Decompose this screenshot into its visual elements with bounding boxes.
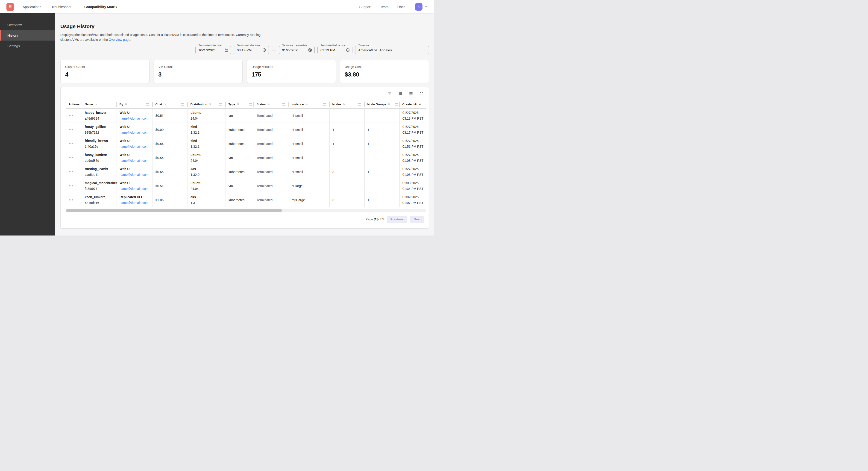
- nav-link-docs[interactable]: Docs: [397, 5, 405, 9]
- sort-icon[interactable]: [94, 102, 97, 106]
- nav-item-troubleshoot[interactable]: Troubleshoot: [51, 0, 71, 13]
- column-header-created-at[interactable]: Created At: [400, 100, 426, 109]
- sort-icon[interactable]: [163, 102, 166, 106]
- sort-icon[interactable]: [388, 102, 391, 106]
- nav-link-support[interactable]: Support: [359, 5, 372, 9]
- column-header-status[interactable]: Status: [254, 100, 289, 109]
- terminated-after-time-field[interactable]: Terminated after time 03:19 PM: [234, 46, 269, 54]
- distribution-cell: eks1.31: [188, 193, 226, 207]
- distribution-cell: kind1.32.1: [188, 137, 226, 151]
- created-by-email-link[interactable]: name@domain.com: [120, 173, 151, 177]
- by-cell: Replicated CLIname@domain.com: [117, 193, 153, 207]
- column-drag-handle[interactable]: [323, 103, 326, 106]
- field-value: 03:19 PM: [237, 48, 262, 52]
- name-cell: frosty_galileo995b7182: [82, 123, 117, 137]
- column-header-by[interactable]: By: [117, 100, 153, 109]
- row-actions-button[interactable]: [69, 199, 75, 201]
- sort-icon[interactable]: [236, 102, 240, 106]
- replicated-logo[interactable]: R: [6, 3, 14, 11]
- by-cell: Web UIname@domain.com: [117, 123, 153, 137]
- name-cell: magical_stonebrakerfe3f8977: [82, 179, 117, 193]
- sidebar-item-overview[interactable]: Overview: [0, 19, 55, 30]
- column-drag-handle[interactable]: [395, 103, 398, 106]
- column-header-nodes[interactable]: Nodes: [330, 100, 365, 109]
- field-label: Terminated after time: [236, 44, 261, 47]
- type-cell: vm: [226, 151, 254, 165]
- column-drag-handle[interactable]: [282, 103, 285, 106]
- clock-icon[interactable]: [346, 48, 350, 52]
- name-cell: keen_lumiere4819de16: [82, 193, 117, 207]
- name-cell: funny_lumierede9ed87d: [82, 151, 117, 165]
- table-row: funny_lumierede9ed87d Web UIname@domain.…: [66, 151, 426, 165]
- terminated-before-time-field[interactable]: Terminated before time 03:19 PM: [317, 46, 352, 54]
- created-by-email-link[interactable]: name@domain.com: [120, 201, 151, 205]
- sort-icon[interactable]: [124, 102, 128, 106]
- previous-page-button[interactable]: Previous: [387, 216, 407, 223]
- density-icon[interactable]: [408, 91, 413, 96]
- filter-icon[interactable]: [387, 91, 392, 96]
- secondary-nav: Support Team Docs K: [359, 0, 428, 13]
- stat-value: 175: [252, 71, 331, 78]
- clock-icon[interactable]: [262, 48, 266, 52]
- terminated-before-date-field[interactable]: Terminated before date 01/27/2025: [279, 46, 315, 54]
- table-row: trusting_leavittcae5ea11 Web UIname@doma…: [66, 165, 426, 179]
- name-cell: trusting_leavittcae5ea11: [82, 165, 117, 179]
- name-cell: friendly_brown1f40a19e: [82, 137, 117, 151]
- node-groups-cell: 1: [365, 123, 400, 137]
- column-header-cost[interactable]: Cost: [153, 100, 188, 109]
- nav-link-team[interactable]: Team: [380, 5, 389, 9]
- nodes-cell: -: [330, 151, 365, 165]
- created-by-email-link[interactable]: name@domain.com: [120, 131, 151, 134]
- created-by-email-link[interactable]: name@domain.com: [120, 117, 151, 120]
- nav-item-applications[interactable]: Applications: [23, 0, 41, 13]
- sort-icon[interactable]: [305, 102, 308, 106]
- horizontal-scrollbar-thumb[interactable]: [66, 209, 282, 212]
- nav-item-compatibility-matrix[interactable]: Compatibility Matrix: [82, 0, 120, 13]
- column-header-type[interactable]: Type: [226, 100, 254, 109]
- overview-page-link[interactable]: Overview page: [109, 38, 130, 41]
- status-badge: Terminated: [257, 198, 273, 202]
- next-page-button[interactable]: Next: [410, 216, 424, 223]
- account-menu[interactable]: K: [415, 3, 428, 10]
- column-header-node-groups[interactable]: Node Groups: [365, 100, 400, 109]
- column-drag-handle[interactable]: [358, 103, 361, 106]
- column-drag-handle[interactable]: [146, 103, 149, 106]
- fullscreen-icon[interactable]: [419, 91, 424, 96]
- row-actions-button[interactable]: [69, 115, 75, 116]
- created-by-email-link[interactable]: name@domain.com: [120, 187, 151, 190]
- timezone-select[interactable]: Timezone America/Los_Angeles: [355, 46, 429, 54]
- column-drag-handle[interactable]: [181, 103, 184, 106]
- row-actions-button[interactable]: [69, 129, 75, 130]
- sort-icon[interactable]: [267, 102, 270, 106]
- column-drag-handle[interactable]: [249, 103, 252, 106]
- horizontal-scrollbar: [66, 209, 426, 212]
- column-header-distribution[interactable]: Distribution: [188, 100, 226, 109]
- created-by-email-link[interactable]: name@domain.com: [120, 159, 151, 163]
- status-cell: Terminated: [254, 109, 289, 123]
- row-actions-button[interactable]: [69, 185, 75, 186]
- column-drag-handle[interactable]: [219, 103, 222, 106]
- terminated-after-date-field[interactable]: Terminated after date 10/27/2024: [195, 46, 231, 54]
- sort-icon[interactable]: [343, 102, 346, 106]
- caret-down-icon[interactable]: [424, 49, 426, 52]
- node-groups-cell: -: [365, 179, 400, 193]
- primary-nav: Applications Troubleshoot Compatibility …: [23, 0, 120, 13]
- sort-desc-icon[interactable]: [418, 102, 422, 106]
- column-header-instance[interactable]: Instance: [289, 100, 330, 109]
- sort-icon[interactable]: [208, 102, 212, 106]
- row-actions-button[interactable]: [69, 143, 75, 144]
- created-by-source: Web UI: [120, 167, 151, 171]
- sidebar-item-settings[interactable]: Settings: [0, 40, 55, 51]
- created-by-email-link[interactable]: name@domain.com: [120, 145, 151, 148]
- column-header-name[interactable]: Name: [82, 100, 117, 109]
- calendar-icon[interactable]: [308, 48, 312, 52]
- row-actions-button[interactable]: [69, 171, 75, 172]
- sidebar-item-history[interactable]: History: [0, 30, 55, 40]
- range-separator: —: [272, 48, 276, 52]
- created-by-source: Web UI: [120, 139, 151, 143]
- calendar-icon[interactable]: [224, 48, 228, 52]
- row-actions-button[interactable]: [69, 157, 75, 158]
- avatar[interactable]: K: [415, 3, 423, 10]
- columns-icon[interactable]: [398, 91, 403, 96]
- distribution-name: kind: [190, 139, 224, 143]
